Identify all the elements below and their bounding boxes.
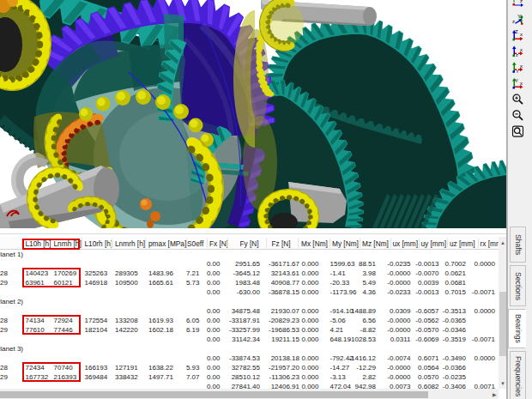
svg-text:Y: Y <box>517 14 521 19</box>
svg-text:x: x <box>520 63 523 69</box>
svg-text:z: z <box>520 0 523 3</box>
svg-text:x: x <box>520 47 523 52</box>
svg-text:x: x <box>520 32 523 37</box>
svg-text:z: z <box>512 19 515 24</box>
svg-text:x: x <box>520 81 523 86</box>
svg-text:Y: Y <box>516 69 519 74</box>
svg-text:z: z <box>516 52 518 57</box>
